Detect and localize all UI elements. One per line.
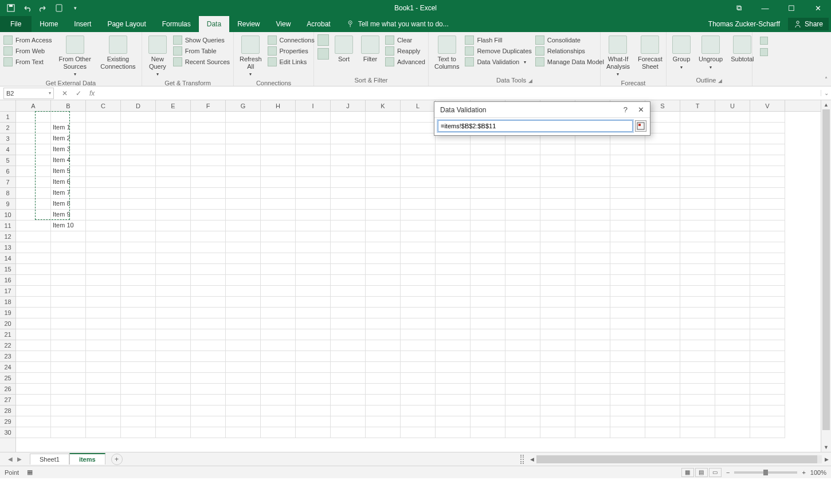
cell-G30[interactable]: [226, 427, 261, 438]
vertical-scrollbar[interactable]: ▲ ▼: [821, 100, 831, 452]
cell-U27[interactable]: [715, 395, 750, 405]
cell-E3[interactable]: [156, 133, 191, 144]
cell-J30[interactable]: [331, 427, 366, 438]
cell-R14[interactable]: [610, 253, 645, 264]
cell-G14[interactable]: [226, 253, 261, 264]
cell-R10[interactable]: [610, 210, 645, 220]
cell-P14[interactable]: [540, 253, 575, 264]
cell-F26[interactable]: [191, 384, 226, 395]
tab-page-layout[interactable]: Page Layout: [99, 16, 154, 32]
cell-B20[interactable]: [51, 318, 86, 329]
cell-F3[interactable]: [191, 133, 226, 144]
cell-S7[interactable]: [645, 177, 680, 188]
row-header-19[interactable]: 19: [0, 308, 15, 318]
cell-R29[interactable]: [610, 416, 645, 427]
cell-S25[interactable]: [645, 373, 680, 384]
cell-G23[interactable]: [226, 351, 261, 362]
cell-N28[interactable]: [471, 405, 505, 416]
cell-M16[interactable]: [436, 275, 471, 286]
scroll-down-icon[interactable]: ▼: [821, 443, 831, 452]
cell-M15[interactable]: [436, 264, 471, 275]
cell-F27[interactable]: [191, 395, 226, 405]
cell-L6[interactable]: [401, 166, 436, 177]
cell-U24[interactable]: [715, 362, 750, 373]
cell-H28[interactable]: [261, 405, 296, 416]
cell-G22[interactable]: [226, 340, 261, 351]
cell-F11[interactable]: [191, 220, 226, 231]
cell-A29[interactable]: [16, 416, 51, 427]
cell-T20[interactable]: [680, 318, 715, 329]
view-page-layout-icon[interactable]: ▤: [695, 468, 708, 477]
row-header-12[interactable]: 12: [0, 231, 15, 242]
user-name[interactable]: Thomas Zucker-Scharff: [701, 20, 787, 28]
cell-S15[interactable]: [645, 264, 680, 275]
from-access-button[interactable]: From Access: [3, 36, 52, 45]
row-header-10[interactable]: 10: [0, 210, 15, 220]
cell-V21[interactable]: [750, 329, 785, 340]
cell-J29[interactable]: [331, 416, 366, 427]
cell-O5[interactable]: [505, 155, 540, 166]
consolidate-button[interactable]: Consolidate: [535, 36, 604, 45]
cell-U29[interactable]: [715, 416, 750, 427]
cell-E2[interactable]: [156, 123, 191, 133]
cell-V8[interactable]: [750, 188, 785, 199]
cell-H13[interactable]: [261, 242, 296, 253]
sheet-tab-sheet1[interactable]: Sheet1: [30, 454, 69, 464]
cell-V26[interactable]: [750, 384, 785, 395]
fx-icon[interactable]: fx: [89, 89, 95, 97]
cell-T29[interactable]: [680, 416, 715, 427]
cell-F5[interactable]: [191, 155, 226, 166]
name-box[interactable]: B2▾: [3, 88, 54, 99]
cell-G16[interactable]: [226, 275, 261, 286]
cell-C8[interactable]: [86, 188, 121, 199]
cell-C10[interactable]: [86, 210, 121, 220]
cell-L20[interactable]: [401, 318, 436, 329]
cell-L1[interactable]: [401, 112, 436, 123]
cell-U23[interactable]: [715, 351, 750, 362]
scroll-up-icon[interactable]: ▲: [821, 100, 831, 109]
cell-F23[interactable]: [191, 351, 226, 362]
cell-V4[interactable]: [750, 144, 785, 155]
cell-D6[interactable]: [121, 166, 156, 177]
cell-M30[interactable]: [436, 427, 471, 438]
tab-home[interactable]: Home: [32, 16, 66, 32]
cell-C29[interactable]: [86, 416, 121, 427]
cell-I12[interactable]: [296, 231, 331, 242]
cell-Q16[interactable]: [575, 275, 610, 286]
cell-A9[interactable]: [16, 199, 51, 210]
cell-J23[interactable]: [331, 351, 366, 362]
cell-M25[interactable]: [436, 373, 471, 384]
cell-S28[interactable]: [645, 405, 680, 416]
cell-Q20[interactable]: [575, 318, 610, 329]
cell-T11[interactable]: [680, 220, 715, 231]
cell-A19[interactable]: [16, 308, 51, 318]
cell-V18[interactable]: [750, 297, 785, 308]
cell-O19[interactable]: [505, 308, 540, 318]
cell-L9[interactable]: [401, 199, 436, 210]
cell-B14[interactable]: [51, 253, 86, 264]
cell-C2[interactable]: [86, 123, 121, 133]
cell-P17[interactable]: [540, 286, 575, 297]
row-header-4[interactable]: 4: [0, 144, 15, 155]
cell-H9[interactable]: [261, 199, 296, 210]
cell-J20[interactable]: [331, 318, 366, 329]
cell-M14[interactable]: [436, 253, 471, 264]
cell-E26[interactable]: [156, 384, 191, 395]
cell-K1[interactable]: [366, 112, 401, 123]
split-handle[interactable]: [520, 455, 524, 464]
cell-M19[interactable]: [436, 308, 471, 318]
cell-F8[interactable]: [191, 188, 226, 199]
cell-T19[interactable]: [680, 308, 715, 318]
add-sheet-button[interactable]: +: [111, 454, 123, 465]
tab-acrobat[interactable]: Acrobat: [299, 16, 338, 32]
cell-H21[interactable]: [261, 329, 296, 340]
cell-M4[interactable]: [436, 144, 471, 155]
cell-F13[interactable]: [191, 242, 226, 253]
cell-I30[interactable]: [296, 427, 331, 438]
cell-J16[interactable]: [331, 275, 366, 286]
cell-M23[interactable]: [436, 351, 471, 362]
cell-B25[interactable]: [51, 373, 86, 384]
cell-F2[interactable]: [191, 123, 226, 133]
cell-T15[interactable]: [680, 264, 715, 275]
cell-S21[interactable]: [645, 329, 680, 340]
